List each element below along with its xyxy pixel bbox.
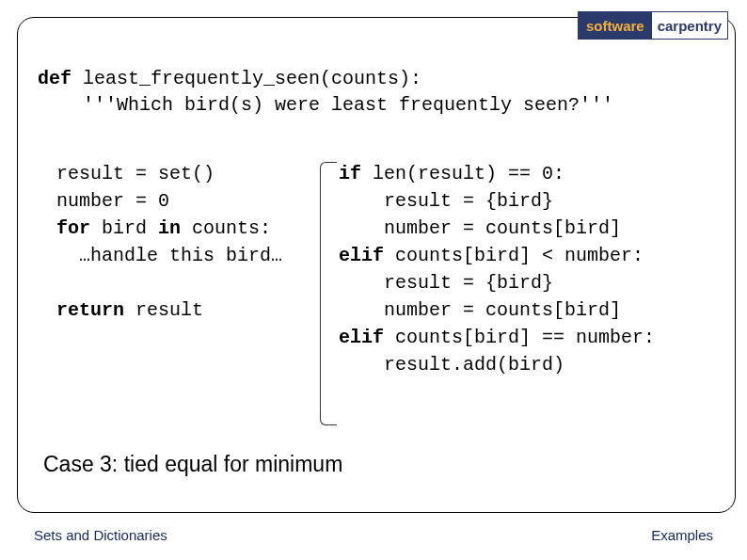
right-r4: elif counts[bird] < number: [339,242,655,269]
left-l1: result = set() [56,160,282,187]
code-def-line: def least_frequently_seen(counts): [38,66,728,92]
code-left-block: result = set() number = 0 for bird in co… [56,160,282,324]
right-r6: number = counts[bird] [339,296,655,324]
left-l3: for bird in counts: [56,215,282,242]
right-r2: result = {bird} [339,187,655,215]
left-l4: …handle this bird… [56,242,282,269]
right-r3: number = counts[bird] [339,215,655,242]
footer-left: Sets and Dictionaries [34,527,167,543]
case-caption: Case 3: tied equal for minimum [43,452,342,477]
expansion-bracket [320,162,337,425]
left-l5: return result [56,296,282,324]
footer-right: Examples [651,527,713,543]
left-l2: number = 0 [56,187,282,215]
code-header: def least_frequently_seen(counts): '''Wh… [38,66,728,119]
logo-left: software [579,12,652,39]
code-docstring: '''Which bird(s) were least frequently s… [38,92,728,119]
left-blank [56,269,282,296]
right-r7: elif counts[bird] == number: [339,324,655,351]
software-carpentry-logo: software carpentry [578,11,728,40]
logo-right: carpentry [652,12,727,39]
right-r1: if len(result) == 0: [339,160,655,187]
code-right-block: if len(result) == 0: result = {bird} num… [339,160,655,378]
right-r5: result = {bird} [339,269,655,296]
right-r8: result.add(bird) [339,351,655,378]
